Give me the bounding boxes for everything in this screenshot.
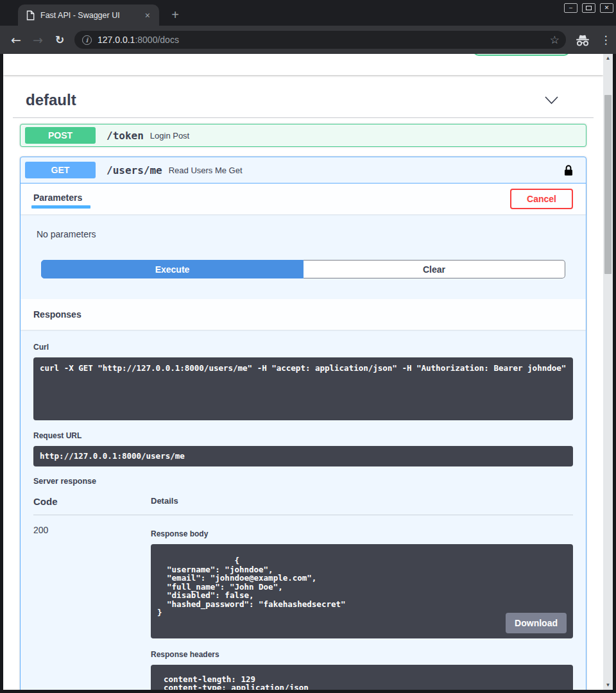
chevron-down-icon[interactable] (545, 96, 558, 105)
responses-header: Responses (21, 299, 586, 330)
opblock-summary[interactable]: GET /users/me Read Users Me Get (21, 157, 586, 184)
execute-button[interactable]: Execute (41, 260, 304, 278)
tab-title: Fast API - Swagger UI (40, 11, 142, 20)
site-info-icon[interactable]: i (82, 35, 92, 45)
method-badge-get: GET (25, 162, 96, 178)
scroll-down-icon[interactable]: ▼ (606, 681, 611, 690)
endpoint-path: /users/me (107, 164, 162, 176)
tab-close-icon[interactable]: × (142, 10, 153, 21)
status-code: 200 (33, 515, 151, 690)
authorize-button[interactable] (473, 54, 570, 56)
execute-wrapper: Execute Clear (21, 260, 586, 299)
response-body-label: Response body (151, 529, 573, 538)
method-badge-post: POST (25, 127, 96, 144)
response-details: Response body { "username": "johndoe", "… (151, 515, 573, 690)
browser-menu-icon[interactable]: ⋮ (599, 33, 612, 46)
swagger-page: default POST /token Login Post (3, 54, 603, 690)
opblock-post-token[interactable]: POST /token Login Post (20, 124, 586, 147)
active-tab-underline (31, 205, 90, 209)
swagger-main: default POST /token Login Post (3, 91, 603, 690)
url-host: 127.0.0.1 (98, 35, 135, 45)
url-text: 127.0.0.1:8000/docs (98, 35, 179, 45)
responses-title: Responses (33, 309, 81, 320)
scrollbar[interactable]: ▲ ▼ (603, 54, 613, 690)
server-response-label: Server response (33, 477, 573, 486)
page-viewport: ▲ ▼ default POST /token (3, 54, 613, 690)
opblock-summary[interactable]: POST /token Login Post (21, 124, 586, 146)
auth-lock-icon[interactable] (564, 164, 573, 176)
window-close-button[interactable]: ✕ (600, 3, 613, 13)
response-body-json: { "username": "johndoe", "email": "johnd… (157, 556, 346, 617)
scroll-up-icon[interactable]: ▲ (606, 54, 611, 63)
browser-toolbar: ← → ↻ i 127.0.0.1:8000/docs ☆ ⋮ (0, 26, 616, 54)
cancel-button[interactable]: Cancel (510, 189, 573, 209)
tag-section-header[interactable]: default (26, 91, 594, 109)
incognito-icon (575, 33, 590, 47)
scheme-container (3, 54, 603, 75)
response-headers-label: Response headers (151, 650, 573, 659)
parameters-header: Parameters Cancel (21, 184, 586, 214)
url-path: :8000/docs (135, 35, 179, 45)
download-button[interactable]: Download (506, 613, 567, 633)
maximize-icon (586, 6, 592, 10)
browser-titlebar: Fast API - Swagger UI × + – ✕ (0, 0, 616, 26)
tag-title: default (26, 91, 76, 109)
response-headers-value: content-length: 129 content-type: applic… (151, 665, 573, 690)
no-parameters-text: No parameters (21, 214, 586, 260)
scrollbar-thumb[interactable] (604, 95, 612, 274)
request-url-value: http://127.0.0.1:8000/users/me (33, 446, 573, 466)
details-column-header: Details (151, 496, 573, 507)
endpoint-path: /token (107, 130, 144, 142)
window-maximize-button[interactable] (582, 3, 595, 13)
bookmark-star-icon[interactable]: ☆ (550, 33, 560, 46)
parameters-tab-label: Parameters (33, 193, 82, 203)
reload-icon[interactable]: ↻ (49, 33, 71, 46)
page-favicon-icon (26, 10, 35, 21)
tab-parameters[interactable]: Parameters (33, 190, 82, 209)
response-table-row: 200 Response body { "username": "johndoe… (33, 515, 573, 690)
curl-label: Curl (33, 343, 573, 352)
window-minimize-button[interactable]: – (564, 3, 578, 13)
new-tab-button[interactable]: + (167, 8, 184, 22)
curl-command[interactable]: curl -X GET "http://127.0.0.1:8000/users… (33, 357, 573, 420)
endpoint-description: Login Post (150, 131, 189, 141)
clear-button[interactable]: Clear (304, 260, 565, 278)
section-divider (13, 117, 594, 118)
opblock-get-users-me: GET /users/me Read Users Me Get Paramete… (20, 157, 586, 690)
back-icon[interactable]: ← (5, 33, 27, 47)
endpoint-description: Read Users Me Get (169, 166, 243, 175)
code-column-header: Code (33, 496, 151, 507)
browser-tab[interactable]: Fast API - Swagger UI × (18, 4, 159, 26)
window-controls: – ✕ (564, 3, 613, 13)
request-url-label: Request URL (33, 431, 573, 440)
response-body-container: { "username": "johndoe", "email": "johnd… (151, 544, 573, 638)
response-table-header: Code Details (33, 496, 573, 515)
address-bar[interactable]: i 127.0.0.1:8000/docs ☆ (74, 31, 566, 49)
forward-icon: → (27, 33, 49, 47)
responses-inner: Curl curl -X GET "http://127.0.0.1:8000/… (21, 330, 586, 690)
